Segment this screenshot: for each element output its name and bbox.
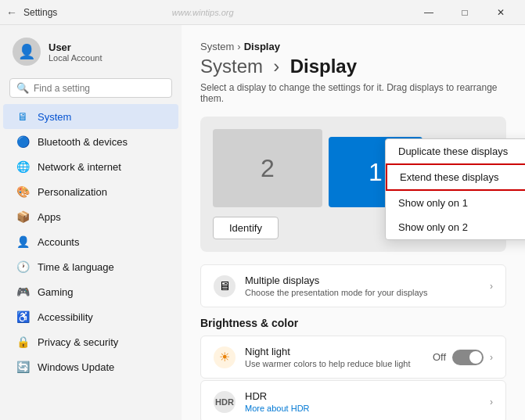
sidebar-item-label: Gaming [38, 286, 74, 298]
sidebar-item-accessibility[interactable]: ♿ Accessibility [3, 304, 178, 329]
hdr-link[interactable]: More about HDR [245, 404, 310, 413]
sidebar-item-personalization[interactable]: 🎨 Personalization [3, 179, 178, 204]
time-icon: 🕐 [16, 260, 30, 274]
dropdown-item-extend[interactable]: Extend these displays [386, 163, 525, 191]
hdr-row[interactable]: HDR HDR More about HDR › [200, 380, 506, 420]
identify-button[interactable]: Identify [213, 217, 279, 239]
display-section: 2 1 Identify Duplicate these displays Ex… [200, 117, 506, 252]
sidebar-item-update[interactable]: 🔄 Windows Update [3, 354, 178, 379]
chevron-right-icon: › [490, 281, 493, 292]
night-light-icon: ☀ [214, 346, 236, 368]
sidebar-item-bluetooth[interactable]: 🔵 Bluetooth & devices [3, 129, 178, 154]
system-icon: 🖥 [16, 109, 30, 124]
sidebar-item-network[interactable]: 🌐 Network & internet [3, 154, 178, 179]
user-section: 👤 User Local Account [0, 31, 182, 75]
night-light-row[interactable]: ☀ Night light Use warmer colors to help … [200, 336, 506, 379]
page-title: System › Display [200, 56, 506, 77]
search-input[interactable] [34, 83, 165, 94]
night-light-sub: Use warmer colors to help reduce blue li… [245, 359, 433, 368]
apps-icon: 📦 [16, 210, 30, 224]
chevron-right-icon: › [490, 352, 493, 363]
minimize-button[interactable]: — [411, 0, 447, 25]
network-icon: 🌐 [16, 160, 30, 174]
privacy-icon: 🔒 [16, 335, 30, 349]
display-actions: Identify Duplicate these displays Extend… [213, 217, 494, 239]
multiple-displays-row[interactable]: 🖥 Multiple displays Choose the presentat… [200, 264, 506, 307]
update-icon: 🔄 [16, 360, 30, 374]
multiple-displays-icon: 🖥 [214, 275, 236, 297]
sidebar-item-label: Privacy & security [38, 336, 118, 348]
monitor-2[interactable]: 2 [213, 129, 322, 207]
sidebar-item-label: Network & internet [38, 161, 121, 173]
sidebar-item-apps[interactable]: 📦 Apps [3, 204, 178, 229]
sidebar-item-accounts[interactable]: 👤 Accounts [3, 229, 178, 254]
toggle-knob [469, 351, 482, 364]
dropdown-item-duplicate[interactable]: Duplicate these displays [386, 139, 525, 163]
bluetooth-icon: 🔵 [16, 135, 30, 149]
sidebar-item-system[interactable]: 🖥 System [3, 104, 178, 129]
night-light-toggle[interactable] [452, 350, 484, 365]
sidebar-item-label: System [38, 111, 71, 123]
accessibility-icon: ♿ [16, 310, 30, 324]
hdr-label: HDR [245, 390, 490, 402]
sidebar-item-label: Bluetooth & devices [38, 136, 128, 148]
sidebar-item-privacy[interactable]: 🔒 Privacy & security [3, 329, 178, 354]
personalization-icon: 🎨 [16, 185, 30, 199]
search-box[interactable]: 🔍 [9, 78, 172, 98]
close-button[interactable]: ✕ [483, 0, 519, 25]
hdr-icon: HDR [214, 391, 236, 413]
page-description: Select a display to change the settings … [200, 82, 506, 104]
sidebar-item-label: Accessibility [38, 311, 93, 323]
sidebar-item-time[interactable]: 🕐 Time & language [3, 254, 178, 279]
watermark: www.wintips.org [172, 8, 234, 17]
brightness-section-title: Brightness & color [200, 317, 506, 329]
dropdown-item-show1[interactable]: Show only on 1 [386, 191, 525, 215]
sidebar-item-label: Accounts [38, 236, 79, 248]
sidebar-item-gaming[interactable]: 🎮 Gaming [3, 279, 178, 304]
gaming-icon: 🎮 [16, 285, 30, 299]
maximize-button[interactable]: □ [447, 0, 483, 25]
sidebar: 👤 User Local Account 🔍 🖥 System 🔵 Blueto… [0, 25, 182, 420]
search-icon: 🔍 [16, 82, 29, 94]
sidebar-item-label: Time & language [38, 261, 114, 273]
main-content: System›Display System › Display Select a… [182, 25, 525, 420]
back-icon[interactable]: ← [6, 6, 17, 19]
night-light-value: Off [433, 351, 446, 363]
chevron-right-icon: › [490, 397, 493, 407]
title-bar: ← Settings www.wintips.org — □ ✕ [0, 0, 525, 25]
sidebar-item-label: Windows Update [38, 361, 114, 373]
multiple-displays-sub: Choose the presentation mode for your di… [245, 288, 490, 297]
title-bar-title: Settings [23, 7, 57, 18]
sidebar-item-label: Personalization [38, 186, 107, 198]
user-subtitle: Local Account [49, 53, 102, 63]
night-light-label: Night light [245, 346, 433, 357]
multiple-displays-label: Multiple displays [245, 275, 490, 286]
avatar: 👤 [13, 38, 41, 66]
accounts-icon: 👤 [16, 235, 30, 249]
breadcrumb: System›Display [200, 41, 506, 52]
sidebar-item-label: Apps [38, 211, 61, 223]
dropdown-item-show2[interactable]: Show only on 2 [386, 215, 525, 239]
display-dropdown: Duplicate these displays Extend these di… [385, 138, 525, 240]
user-name: User [49, 41, 102, 53]
